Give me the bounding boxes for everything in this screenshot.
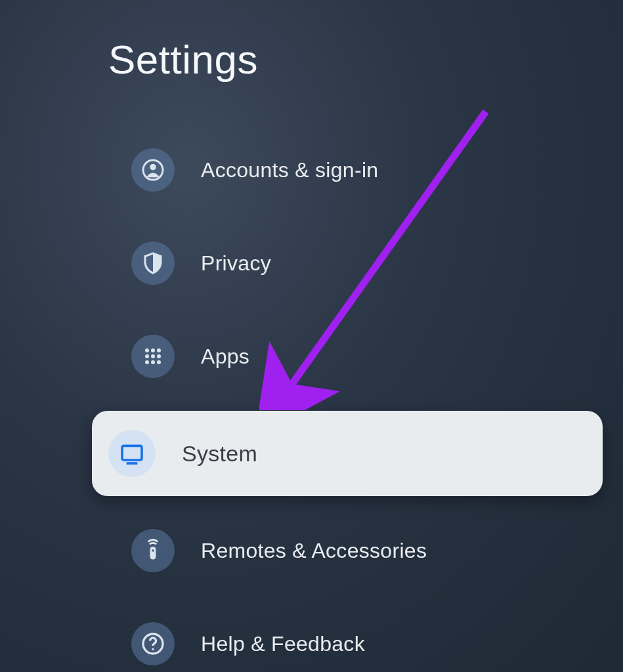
menu-item-remotes[interactable]: Remotes & Accessories xyxy=(112,512,597,589)
apps-grid-icon xyxy=(131,335,175,378)
remote-icon xyxy=(131,529,175,572)
svg-point-8 xyxy=(145,360,149,364)
svg-rect-13 xyxy=(150,547,156,560)
svg-point-16 xyxy=(152,648,154,650)
svg-point-7 xyxy=(157,354,161,358)
menu-item-label: Apps xyxy=(201,345,249,369)
menu-item-label: Privacy xyxy=(201,251,271,276)
svg-point-3 xyxy=(151,348,155,352)
page-title: Settings xyxy=(108,36,258,83)
menu-item-label: Remotes & Accessories xyxy=(201,539,427,563)
svg-point-5 xyxy=(145,354,149,358)
menu-item-label: Help & Feedback xyxy=(201,632,365,656)
monitor-icon xyxy=(108,430,156,477)
menu-item-accounts[interactable]: Accounts & sign-in xyxy=(112,131,597,209)
svg-point-1 xyxy=(150,164,156,171)
svg-point-9 xyxy=(151,360,155,364)
svg-point-14 xyxy=(152,549,154,552)
menu-item-privacy[interactable]: Privacy xyxy=(112,224,597,302)
svg-rect-11 xyxy=(122,446,142,460)
account-icon xyxy=(131,148,175,192)
menu-item-label: System xyxy=(182,441,257,467)
settings-menu: Accounts & sign-in Privacy Apps xyxy=(112,131,597,672)
shield-icon xyxy=(131,242,175,285)
menu-item-help[interactable]: Help & Feedback xyxy=(112,605,597,672)
svg-point-10 xyxy=(157,360,161,364)
svg-point-2 xyxy=(145,348,149,352)
menu-item-system[interactable]: System xyxy=(92,411,603,496)
help-icon xyxy=(131,622,175,665)
svg-point-6 xyxy=(151,354,155,358)
menu-item-label: Accounts & sign-in xyxy=(201,158,378,182)
svg-point-4 xyxy=(157,348,161,352)
menu-item-apps[interactable]: Apps xyxy=(112,318,597,395)
